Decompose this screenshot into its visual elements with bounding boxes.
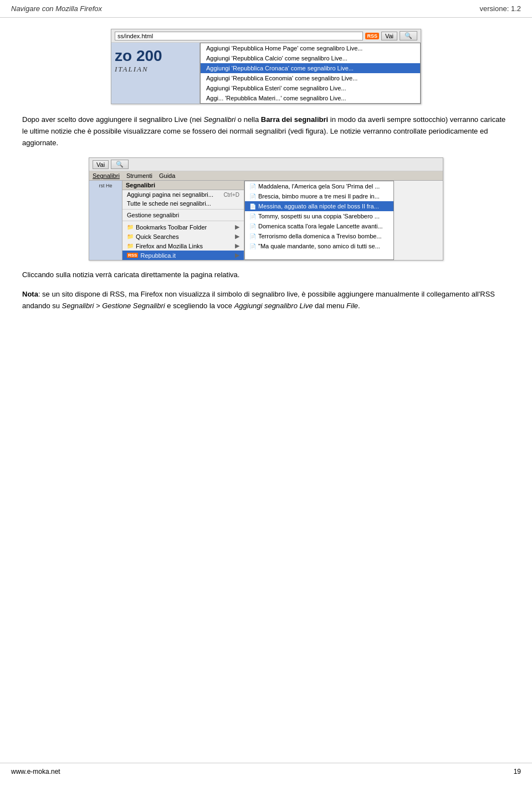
all-tabs-label: Tutte le schede nei segnalibri... [127, 200, 211, 207]
version-label: versione: 1.2 [480, 4, 521, 13]
browser-bar-top: ss/index.html RSS Vai 🔍 [111, 29, 421, 43]
dropdown-item-1[interactable]: Aggiungi 'Repubblica Calcio' come segnal… [201, 53, 420, 63]
browser-content-top: zo 200 ITALIAN Aggiungi 'Repubblica Home… [111, 43, 421, 104]
browser-mockup-bottom: Vai 🔍 Segnalibri Strumenti Guida rst He [89, 157, 443, 261]
screenshot-bottom: Vai 🔍 Segnalibri Strumenti Guida rst He [22, 157, 510, 261]
sidebar-label: rst He [99, 183, 112, 188]
browser-mockup-top: ss/index.html RSS Vai 🔍 zo 200 ITALIAN A… [111, 29, 421, 104]
repubblica-label: Repubblica.it [140, 252, 176, 259]
submenu-item-5[interactable]: 📄 Terrorismo della domenica a Treviso bo… [245, 231, 393, 241]
page-icon-2: 📄 [249, 203, 256, 210]
shortcut-label: Ctrl+D [223, 192, 239, 198]
rss-small-icon: RSS [127, 253, 138, 258]
folder-icon-3: 📁 [127, 243, 134, 249]
browser-body-bottom: rst He Segnalibri Aggiungi pagina nei se… [89, 181, 443, 260]
add-bookmark-item[interactable]: Aggiungi pagina nei segnalibri... Ctrl+D [122, 190, 244, 199]
submenu-label-0: Maddalena, l'America gela Soru 'Prima de… [258, 183, 380, 190]
submenu-label-6: "Ma quale mandante, sono amico di tutti … [258, 243, 380, 249]
add-bookmark-label: Aggiungi pagina nei segnalibri... [127, 191, 213, 198]
submenu-item-0[interactable]: 📄 Maddalena, l'America gela Soru 'Prima … [245, 181, 393, 191]
separator-2 [122, 221, 244, 221]
folder-icon-1: 📁 [127, 224, 134, 230]
arrow-icon-2: ▶ [235, 233, 239, 240]
brand-text: ITALIAN [115, 65, 196, 74]
quick-searches-label: Quick Searches [136, 233, 179, 240]
vai-button-bottom[interactable]: Vai [93, 160, 109, 169]
dropdown-item-3[interactable]: Aggiungi 'Repubblica Economia' come segn… [201, 73, 420, 83]
arrow-icon-3: ▶ [235, 242, 239, 249]
page-icon-4: 📄 [249, 223, 256, 229]
bookmarks-toolbar-label: Bookmarks Toolbar Folder [136, 224, 207, 231]
document-title: Navigare con Mozilla Firefox [11, 4, 102, 13]
submenu-item-3[interactable]: 📄 Tommy, sospetti su una coppia 'Sarebbe… [245, 211, 393, 221]
year-text: zo 200 [115, 47, 196, 65]
submenu-item-2[interactable]: 📄 Messina, agguato alla nipote del boss … [245, 201, 393, 211]
folder-icon-2: 📁 [127, 233, 134, 239]
repubblica-submenu: 📄 Maddalena, l'America gela Soru 'Prima … [244, 181, 394, 260]
url-field[interactable]: ss/index.html [115, 32, 363, 40]
submenu-item-1[interactable]: 📄 Brescia, bimbo muore a tre mesi Il pad… [245, 191, 393, 201]
search-button-top[interactable]: 🔍 [400, 31, 417, 40]
dropdown-item-2[interactable]: Aggiungi 'Repubblica Cronaca' come segna… [201, 63, 420, 73]
dropdown-item-0[interactable]: Aggiungi 'Repubblica Home Page' come seg… [201, 43, 420, 53]
dropdown-list: Aggiungi 'Repubblica Home Page' come seg… [200, 43, 421, 104]
page-footer: www.e-moka.net 19 [0, 763, 532, 780]
gestione-label: Gestione segnalibri [127, 212, 179, 218]
submenu-label-4: Domenica scatta l'ora legale Lancette av… [258, 223, 383, 229]
page-icon-0: 📄 [249, 183, 256, 190]
dropdown-menu-top: Aggiungi 'Repubblica Home Page' come seg… [200, 43, 421, 104]
arrow-icon-4: ▶ [235, 252, 239, 259]
bookmarks-dropdown: Segnalibri Aggiungi pagina nei segnalibr… [122, 181, 394, 260]
screenshot-top: ss/index.html RSS Vai 🔍 zo 200 ITALIAN A… [22, 29, 510, 104]
submenu-item-4[interactable]: 📄 Domenica scatta l'ora legale Lancette … [245, 221, 393, 231]
rss-icon: RSS [365, 33, 379, 39]
all-tabs-item[interactable]: Tutte le schede nei segnalibri... [122, 199, 244, 208]
vai-button-top[interactable]: Vai [381, 32, 397, 40]
firefox-links-folder[interactable]: 📁 Firefox and Mozilla Links ▶ [122, 241, 244, 251]
note-paragraph: Nota: se un sito dispone di RSS, ma Fire… [22, 289, 510, 312]
submenu-label-1: Brescia, bimbo muore a tre mesi Il padre… [258, 193, 380, 200]
page-icon-5: 📄 [249, 233, 256, 239]
firefox-links-label: Firefox and Mozilla Links [136, 243, 203, 249]
menu-segnalibri[interactable]: Segnalibri [93, 172, 120, 179]
page-icon-1: 📄 [249, 193, 256, 200]
page-icon-3: 📄 [249, 213, 256, 220]
page-icon-6: 📄 [249, 243, 256, 249]
submenu-label-5: Terrorismo della domenica a Treviso bomb… [258, 233, 382, 239]
repubblica-rss-item[interactable]: RSS Repubblica.it ▶ [122, 251, 244, 260]
arrow-icon-1: ▶ [235, 223, 239, 231]
paragraph-1: Dopo aver scelto dove aggiungere il segn… [22, 114, 510, 149]
note-label: Nota [22, 290, 38, 298]
browser-sidebar: rst He [89, 181, 122, 260]
browser-bar-bottom: Vai 🔍 [89, 158, 443, 171]
left-panel-top: zo 200 ITALIAN [111, 43, 200, 104]
bookmarks-toolbar-folder[interactable]: 📁 Bookmarks Toolbar Folder ▶ [122, 222, 244, 232]
menu-strumenti[interactable]: Strumenti [126, 172, 152, 179]
quick-searches-folder[interactable]: 📁 Quick Searches ▶ [122, 232, 244, 241]
paragraph-2: Cliccando sulla notizia verrà caricata d… [22, 269, 510, 281]
menu-guida[interactable]: Guida [159, 172, 175, 179]
search-button-bottom[interactable]: 🔍 [111, 160, 129, 169]
dropdown-item-5[interactable]: Aggi... 'Repubblica Materi...' come segn… [201, 93, 420, 103]
bookmarks-header: Segnalibri [122, 181, 244, 190]
left-menu: Segnalibri Aggiungi pagina nei segnalibr… [122, 181, 244, 260]
footer-page: 19 [514, 768, 521, 775]
menu-bar: Segnalibri Strumenti Guida [89, 171, 443, 181]
separator-1 [122, 209, 244, 210]
dropdown-item-4[interactable]: Aggiungi 'Repubblica Esteri' come segnal… [201, 83, 420, 93]
submenu-label-2: Messina, agguato alla nipote del boss Il… [258, 203, 379, 210]
gestione-item[interactable]: Gestione segnalibri [122, 211, 244, 220]
main-content: ss/index.html RSS Vai 🔍 zo 200 ITALIAN A… [0, 18, 532, 331]
submenu-item-6[interactable]: 📄 "Ma quale mandante, sono amico di tutt… [245, 241, 393, 251]
footer-url: www.e-moka.net [11, 768, 60, 775]
submenu-label-3: Tommy, sospetti su una coppia 'Sarebbero… [258, 213, 380, 220]
page-header: Navigare con Mozilla Firefox versione: 1… [0, 0, 532, 18]
